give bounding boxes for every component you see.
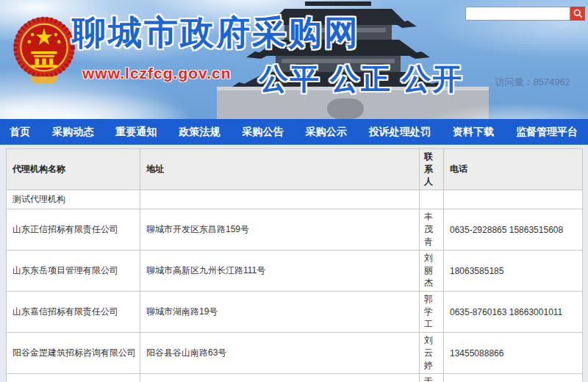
cell-contact: 刘云婷: [420, 333, 444, 374]
main-content: 代理机构名称地址联系人电话 测试代理机构山东正信招标有限责任公司聊城市开发区东昌…: [0, 145, 588, 382]
search-input[interactable]: [465, 7, 570, 21]
nav-item-5[interactable]: 采购公示: [306, 126, 347, 139]
cell-phone: 13455088866: [444, 333, 583, 374]
cell-name: 测试代理机构: [7, 190, 140, 209]
nav-item-6[interactable]: 投诉处理处罚: [369, 126, 431, 139]
cell-contact: 刘丽杰: [420, 251, 444, 292]
table-row: 测试代理机构: [7, 190, 583, 209]
visits-counter: 访问量：8574962: [495, 76, 570, 89]
table-row: 山东嘉信招标有限责任公司聊城市湖南路19号郭学工0635-8760163 186…: [7, 292, 583, 333]
cell-address: 临清市红星路中段: [140, 374, 420, 382]
national-emblem-icon: [12, 15, 76, 87]
cell-phone: 18063585185: [444, 251, 583, 292]
cell-contact: 郭学工: [420, 292, 444, 333]
site-slogan: 公平 公正 公开: [259, 59, 463, 99]
table-row: 山东通力招标有限公司临清市红星路中段于红艳0635-2323061 186635…: [7, 374, 583, 382]
table-row: 山东正信招标有限责任公司聊城市开发区东昌路159号丰茂青0635-2928865…: [7, 209, 583, 251]
cell-phone: [444, 190, 583, 209]
search-bar: [465, 7, 585, 21]
column-header-2: 联系人: [420, 149, 444, 190]
cell-phone: 0635-2928865 15863515608: [444, 209, 583, 251]
cell-name: 阳谷金罡建筑招标咨询有限公司: [7, 333, 140, 374]
table-row: 山东东岳项目管理有限公司聊城市高新区九州长江路111号刘丽杰1806358518…: [7, 251, 583, 292]
cell-name: 山东正信招标有限责任公司: [7, 209, 140, 251]
cell-phone: 0635-8760163 18663001011: [444, 292, 583, 333]
table-header-row: 代理机构名称地址联系人电话: [7, 149, 583, 190]
nav-item-0[interactable]: 首页: [10, 126, 30, 139]
agency-table-body: 测试代理机构山东正信招标有限责任公司聊城市开发区东昌路159号丰茂青0635-2…: [7, 190, 583, 382]
cell-contact: [420, 190, 444, 209]
cell-name: 山东通力招标有限公司: [7, 374, 140, 382]
nav-item-7[interactable]: 资料下载: [453, 126, 494, 139]
cell-address: 聊城市开发区东昌路159号: [140, 209, 420, 251]
nav-item-1[interactable]: 采购动态: [52, 126, 93, 139]
cell-phone: 0635-2323061 18663532655: [444, 374, 583, 382]
agency-table: 代理机构名称地址联系人电话 测试代理机构山东正信招标有限责任公司聊城市开发区东昌…: [6, 148, 583, 382]
nav-item-3[interactable]: 政策法规: [179, 126, 220, 139]
site-title: 聊城市政府采购网: [72, 10, 360, 56]
search-icon: [573, 9, 583, 18]
site-header: 聊城市政府采购网 www.lczfcg.gov.cn 公平 公正 公开 访问量：…: [0, 0, 588, 119]
table-row: 阳谷金罡建筑招标咨询有限公司阳谷县谷山南路63号刘云婷13455088866: [7, 333, 583, 374]
column-header-3: 电话: [444, 149, 583, 190]
search-button[interactable]: [570, 7, 585, 21]
column-header-0: 代理机构名称: [7, 149, 140, 190]
cell-address: 聊城市高新区九州长江路111号: [140, 251, 420, 292]
cell-address: 聊城市湖南路19号: [140, 292, 420, 333]
cell-name: 山东嘉信招标有限责任公司: [7, 292, 140, 333]
cell-address: 阳谷县谷山南路63号: [140, 333, 420, 374]
cell-name: 山东东岳项目管理有限公司: [7, 251, 140, 292]
site-url: www.lczfcg.gov.cn: [82, 65, 232, 82]
cell-address: [140, 190, 420, 209]
main-nav: 首页采购动态重要通知政策法规采购公告采购公示投诉处理处罚资料下载监督管理平台: [0, 119, 588, 145]
cell-contact: 于红艳: [420, 374, 444, 382]
column-header-1: 地址: [140, 149, 420, 190]
nav-item-2[interactable]: 重要通知: [115, 126, 157, 139]
cell-contact: 丰茂青: [420, 209, 444, 251]
nav-item-4[interactable]: 采购公告: [243, 126, 284, 139]
nav-item-8[interactable]: 监督管理平台: [516, 126, 578, 139]
